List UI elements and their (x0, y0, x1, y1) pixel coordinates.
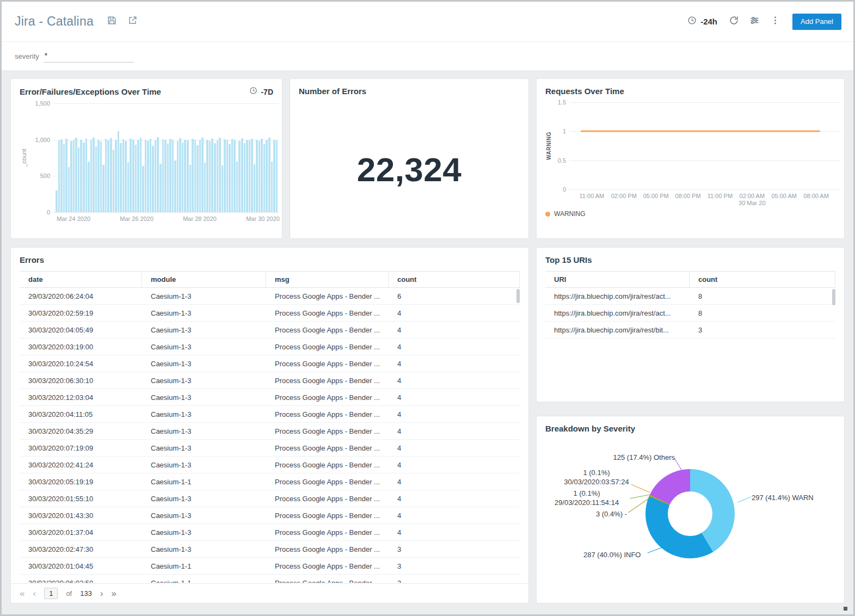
bar (113, 150, 115, 212)
panel-title: Error/Failures/Exceptions Over Time (20, 87, 161, 96)
column-header-date[interactable]: date (20, 272, 142, 287)
gridline (569, 161, 841, 161)
panel-time-range[interactable]: -7D (249, 87, 273, 97)
y-axis-title: WARNING (546, 132, 552, 160)
errors-table-header: date module msg count (20, 271, 520, 288)
donut-label-30-03: 1 (0.1%) 30/03/2020:03:57:24 (553, 468, 640, 486)
table-row[interactable]: 30/03/2020:05:19:19Caesium-1-1Process Go… (20, 473, 520, 490)
bar (120, 143, 122, 212)
refresh-button[interactable] (726, 14, 741, 29)
column-header-count[interactable]: count (690, 272, 835, 287)
bar (217, 140, 219, 212)
panel-errors-table: Errors date module msg count 29/03/2020:… (10, 247, 529, 603)
time-range-value: -24h (700, 17, 717, 26)
cell-msg: Process Google Apps - Bender ... (266, 495, 389, 503)
table-row[interactable]: https://jira.bluechip.com/jira/rest/bit.… (545, 322, 835, 338)
cell-module: Caesium-1-3 (142, 528, 266, 537)
resize-corner-mark (844, 607, 847, 611)
cell-count: 4 (389, 377, 520, 385)
table-row[interactable]: 30/03/2020:01:43:30Caesium-1-3Process Go… (20, 507, 520, 524)
table-row[interactable]: 30/03/2020:07:19:09Caesium-1-3Process Go… (20, 440, 520, 457)
bar (105, 139, 107, 212)
table-row[interactable]: 30/03/2020:06:02:50Caesium-1-1Process Go… (20, 575, 520, 583)
bar (233, 140, 236, 212)
filter-settings-button[interactable] (747, 14, 762, 29)
bar (68, 167, 70, 212)
table-row[interactable]: 30/03/2020:02:47:30Caesium-1-3Process Go… (20, 541, 520, 558)
table-row[interactable]: 29/03/2020:06:24:04Caesium-1-3Process Go… (20, 288, 520, 305)
cell-msg: Process Google Apps - Bender ... (266, 512, 389, 520)
first-page-button[interactable]: « (20, 589, 24, 598)
cell-module: Caesium-1-3 (142, 461, 266, 469)
severity-filter-input[interactable]: * (44, 50, 134, 63)
severity-donut-chart: 125 (17.4%) Others 1 (0.1%) 30/03/2020:0… (537, 438, 844, 598)
prev-page-button[interactable]: ‹ (33, 589, 36, 598)
bar (159, 164, 162, 212)
next-page-button[interactable]: › (100, 589, 103, 598)
table-row[interactable]: 30/03/2020:06:30:10Caesium-1-3Process Go… (20, 372, 520, 389)
cell-count: 3 (690, 326, 835, 334)
save-button[interactable] (104, 14, 120, 29)
errors-bar-plot[interactable] (53, 103, 279, 212)
bar (65, 139, 67, 212)
cell-module: Caesium-1-3 (142, 292, 266, 300)
bar (135, 145, 137, 212)
cell-msg: Process Google Apps - Bender ... (266, 309, 389, 317)
table-row[interactable]: 30/03/2020:04:35:29Caesium-1-3Process Go… (20, 423, 520, 440)
bar (73, 140, 75, 212)
bar (231, 139, 233, 212)
table-row[interactable]: 30/03/2020:12:03:04Caesium-1-3Process Go… (20, 389, 520, 406)
column-header-module[interactable]: module (142, 272, 266, 287)
cell-module: Caesium-1-3 (142, 326, 266, 334)
table-row[interactable]: https://jira.bluechip.com/jira/rest/act.… (545, 288, 835, 305)
bar (224, 139, 226, 212)
table-row[interactable]: 30/03/2020:03:19:00Caesium-1-3Process Go… (20, 338, 520, 355)
panel-number-of-errors: Number of Errors 22,324 (290, 78, 529, 239)
table-row[interactable]: 30/03/2020:01:04:45Caesium-1-1Process Go… (20, 558, 520, 575)
cell-module: Caesium-1-1 (142, 562, 266, 570)
last-page-button[interactable]: » (112, 589, 116, 598)
severity-donut[interactable] (645, 469, 735, 558)
table-row[interactable]: 30/03/2020:04:05:49Caesium-1-3Process Go… (20, 322, 520, 338)
cell-module: Caesium-1-3 (142, 393, 266, 402)
table-row[interactable]: 30/03/2020:01:37:04Caesium-1-3Process Go… (20, 524, 520, 541)
requests-line-plot[interactable] (569, 102, 841, 189)
axis-tick-label: 11:00 AM (580, 193, 605, 199)
axis-tick-label: 1.5 (558, 99, 566, 106)
cell-count: 8 (690, 309, 835, 317)
table-row[interactable]: 30/03/2020:10:24:54Caesium-1-3Process Go… (20, 355, 520, 372)
cell-date: 30/03/2020:10:24:54 (20, 360, 142, 368)
table-row[interactable]: 30/03/2020:02:59:19Caesium-1-3Process Go… (20, 305, 520, 322)
cell-msg: Process Google Apps - Bender ... (266, 545, 389, 553)
more-menu-button[interactable] (767, 14, 783, 29)
axis-tick-label: Mar 28 2020 (183, 215, 217, 222)
table-row[interactable]: 30/03/2020:02:41:24Caesium-1-3Process Go… (20, 457, 520, 473)
add-panel-button[interactable]: Add Panel (792, 14, 841, 30)
axis-tick-label: 05:00 AM (771, 193, 796, 199)
table-scrollbar[interactable] (516, 289, 520, 303)
column-header-count[interactable]: count (389, 272, 520, 287)
time-range-control[interactable]: -24h (687, 16, 717, 27)
requests-over-time-chart[interactable]: WARNING 1.510.50 30 Mar 20 (537, 100, 844, 208)
errors-over-time-chart[interactable]: _count 1,5001,0005000 Mar 24 2020Mar 26 … (11, 101, 282, 229)
column-header-uri[interactable]: URI (545, 272, 690, 287)
bar (155, 140, 157, 212)
bar (152, 146, 154, 212)
bar (194, 140, 196, 212)
table-row[interactable]: 30/03/2020:04:11:05Caesium-1-3Process Go… (20, 406, 520, 423)
chart-legend[interactable]: WARNING (537, 210, 844, 218)
table-scrollbar[interactable] (832, 289, 835, 305)
table-row[interactable]: 30/03/2020:01:55:10Caesium-1-3Process Go… (20, 490, 520, 507)
panel-title: Requests Over Time (545, 87, 624, 96)
bar (174, 161, 176, 212)
bar (142, 166, 144, 212)
column-header-msg[interactable]: msg (266, 272, 389, 287)
bar (244, 143, 246, 212)
table-row[interactable]: https://jira.bluechip.com/jira/rest/act.… (545, 305, 835, 322)
axis-tick-label: 0.5 (558, 157, 566, 164)
bar (189, 165, 192, 212)
panel-requests-over-time: Requests Over Time WARNING 1.510.50 (536, 78, 845, 239)
current-page-input[interactable]: 1 (44, 588, 58, 599)
share-button[interactable] (125, 14, 140, 29)
bar (88, 162, 90, 212)
